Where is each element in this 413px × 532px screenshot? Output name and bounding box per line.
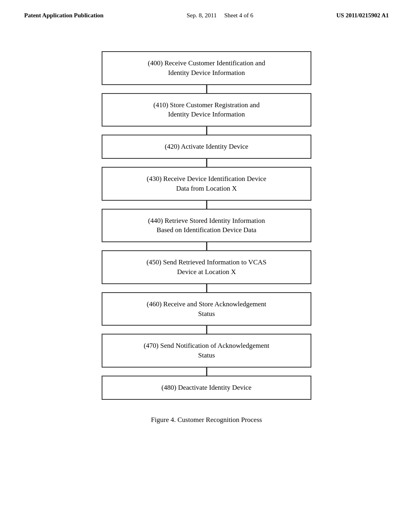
flowchart: (400) Receive Customer Identification an…	[94, 51, 319, 424]
step-400-box: (400) Receive Customer Identification an…	[102, 51, 311, 85]
step-400-text: (400) Receive Customer Identification an…	[148, 59, 265, 77]
connector-line	[206, 127, 207, 135]
connector-line	[206, 284, 207, 292]
connector-line	[206, 242, 207, 250]
connector-line	[206, 326, 207, 334]
step-440-box: (440) Retrieve Stored Identity Informati…	[102, 209, 311, 243]
step-410-box: (410) Store Customer Registration andIde…	[102, 93, 311, 127]
connector-470-480	[202, 368, 211, 376]
step-480-text: (480) Deactivate Identity Device	[161, 384, 251, 391]
page-header: Patent Application Publication Sep. 8, 2…	[0, 0, 413, 27]
header-date-sheet: Sep. 8, 2011 Sheet 4 of 6	[187, 12, 253, 19]
connector-line	[206, 201, 207, 209]
connector-420-430	[202, 159, 211, 167]
connector-450-460	[202, 284, 211, 292]
step-450-box: (450) Send Retrieved Information to VCAS…	[102, 250, 311, 284]
step-420-box: (420) Activate Identity Device	[102, 135, 311, 159]
connector-460-470	[202, 326, 211, 334]
step-420-text: (420) Activate Identity Device	[165, 143, 248, 150]
connector-line	[206, 85, 207, 93]
connector-440-450	[202, 242, 211, 250]
connector-410-420	[202, 127, 211, 135]
step-480-box: (480) Deactivate Identity Device	[102, 376, 311, 400]
step-470-box: (470) Send Notification of Acknowledgeme…	[102, 334, 311, 368]
main-content: (400) Receive Customer Identification an…	[0, 27, 413, 424]
step-430-text: (430) Receive Device Identification Devi…	[147, 175, 266, 192]
connector-line	[206, 368, 207, 376]
header-publication-label: Patent Application Publication	[24, 12, 104, 19]
connector-line	[206, 159, 207, 167]
header-date: Sep. 8, 2011	[187, 12, 217, 19]
step-440-text: (440) Retrieve Stored Identity Informati…	[148, 217, 265, 234]
step-460-text: (460) Receive and Store AcknowledgementS…	[147, 300, 266, 318]
connector-400-410	[202, 85, 211, 93]
connector-430-440	[202, 201, 211, 209]
header-sheet: Sheet 4 of 6	[224, 12, 253, 19]
step-470-text: (470) Send Notification of Acknowledgeme…	[144, 342, 269, 359]
header-patent-number: US 2011/0215902 A1	[336, 12, 389, 19]
step-430-box: (430) Receive Device Identification Devi…	[102, 167, 311, 201]
figure-caption: Figure 4. Customer Recognition Process	[151, 416, 262, 424]
step-460-box: (460) Receive and Store AcknowledgementS…	[102, 292, 311, 326]
step-410-text: (410) Store Customer Registration andIde…	[153, 101, 259, 118]
step-450-text: (450) Send Retrieved Information to VCAS…	[146, 258, 267, 276]
